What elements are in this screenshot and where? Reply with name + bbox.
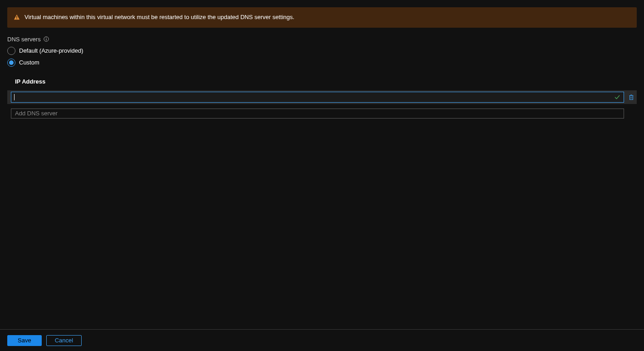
dns-server-input-wrapper: [11, 92, 624, 103]
radio-option-default[interactable]: Default (Azure-provided): [7, 46, 637, 55]
footer-bar: Save Cancel: [0, 329, 644, 351]
ip-address-section: IP Address: [7, 78, 637, 119]
text-cursor: [14, 94, 15, 100]
dns-server-input[interactable]: [14, 92, 612, 102]
warning-banner: Virtual machines within this virtual net…: [7, 7, 637, 28]
svg-rect-4: [46, 38, 46, 38]
radio-circle-default: [7, 47, 15, 55]
warning-message: Virtual machines within this virtual net…: [24, 14, 294, 21]
dns-servers-label: DNS servers: [7, 36, 41, 43]
svg-rect-3: [46, 39, 46, 40]
radio-label-default: Default (Azure-provided): [19, 47, 83, 54]
cancel-button[interactable]: Cancel: [46, 335, 82, 346]
svg-rect-0: [16, 16, 17, 18]
save-button[interactable]: Save: [7, 335, 42, 346]
dns-add-row: [7, 109, 637, 119]
radio-dot: [9, 60, 14, 65]
radio-option-custom[interactable]: Custom: [7, 58, 637, 67]
dns-servers-radio-group: Default (Azure-provided) Custom: [7, 46, 637, 67]
dns-server-row: [7, 90, 637, 104]
dns-servers-label-row: DNS servers: [7, 36, 637, 43]
warning-icon: [14, 14, 20, 20]
add-dns-server-input[interactable]: [11, 109, 624, 119]
main-content: Virtual machines within this virtual net…: [0, 0, 644, 329]
delete-icon[interactable]: [628, 94, 635, 101]
svg-rect-1: [16, 19, 17, 19]
radio-circle-custom: [7, 59, 15, 67]
ip-address-header: IP Address: [7, 78, 637, 85]
info-icon[interactable]: [44, 36, 49, 42]
radio-label-custom: Custom: [19, 59, 39, 66]
checkmark-icon: [614, 94, 621, 101]
svg-rect-5: [630, 95, 633, 99]
